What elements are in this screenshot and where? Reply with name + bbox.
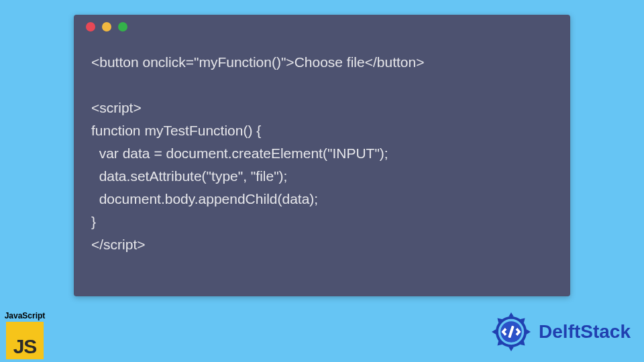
- delftstack-brand-text: DelftStack: [539, 321, 631, 343]
- code-window: <button onclick="myFunction()">Choose fi…: [74, 15, 570, 296]
- code-line: <script>: [91, 100, 142, 115]
- javascript-icon: JS: [6, 322, 44, 359]
- minimize-icon[interactable]: [102, 22, 111, 32]
- code-line: data.setAttribute("type", "file");: [91, 168, 287, 184]
- code-body: <button onclick="myFunction()">Choose fi…: [74, 39, 570, 256]
- code-line: var data = document.createElement("INPUT…: [91, 145, 388, 161]
- delftstack-logo-icon: [489, 310, 533, 354]
- close-icon[interactable]: [86, 22, 95, 32]
- javascript-label: JavaScript: [1, 311, 48, 320]
- javascript-badge: JavaScript JS: [1, 311, 48, 359]
- code-line: </script>: [91, 237, 146, 252]
- titlebar: [74, 15, 570, 39]
- code-line: function myTestFunction() {: [91, 123, 261, 138]
- code-line: <button onclick="myFunction()">Choose fi…: [91, 54, 424, 70]
- code-line: }: [91, 214, 96, 229]
- delftstack-brand: DelftStack: [489, 310, 631, 354]
- maximize-icon[interactable]: [118, 22, 127, 32]
- javascript-icon-text: JS: [13, 335, 37, 359]
- code-line: document.body.appendChild(data);: [91, 191, 318, 206]
